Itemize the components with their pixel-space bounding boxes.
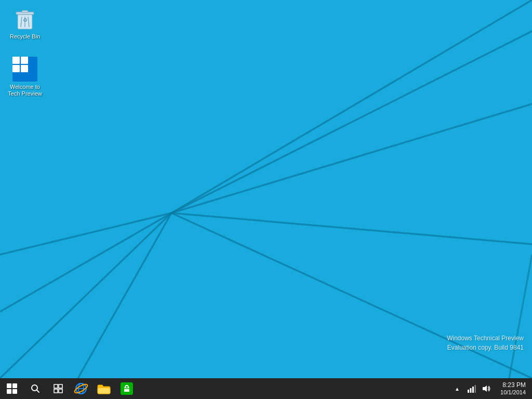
svg-line-2 [171,104,532,213]
recycle-bin-image: ♻ [12,6,37,31]
welcome-icon-label: Welcome toTech Preview [6,84,44,97]
svg-line-3 [171,213,532,244]
svg-rect-31 [470,388,472,393]
svg-rect-30 [468,390,469,393]
clock-date: 10/1/2014 [500,389,526,396]
svg-rect-20 [59,384,62,388]
search-button[interactable] [24,378,47,399]
svg-line-18 [37,390,39,393]
chevron-icon: ▲ [455,386,460,392]
start-quad-1 [7,383,11,388]
win-quad-3 [12,65,20,72]
svg-line-6 [0,213,171,312]
svg-text:♻: ♻ [23,17,28,23]
start-logo [7,383,17,394]
show-hidden-icons-button[interactable]: ▲ [450,378,464,399]
win-quad-2 [21,57,28,64]
ie-taskbar-button[interactable] [70,378,92,399]
svg-line-9 [509,255,532,378]
svg-line-8 [0,213,171,378]
welcome-icon-image [12,57,37,82]
network-signal-icon [468,384,476,393]
search-icon [31,384,40,393]
volume-icon[interactable] [479,378,494,399]
recycle-bin-label: Recycle Bin [6,33,44,40]
file-explorer-taskbar-button[interactable] [92,378,115,399]
start-quad-2 [12,383,17,388]
clock-area[interactable]: 8:23 PM 10/1/2014 [494,378,530,399]
recycle-bin-icon[interactable]: ♻ Recycle Bin [4,4,46,42]
svg-rect-19 [54,384,58,388]
svg-line-7 [78,213,171,378]
start-quad-4 [12,389,17,394]
svg-line-4 [171,213,532,378]
desktop: ♻ Recycle Bin Welcome toTech Preview Win… [0,0,532,378]
svg-rect-27 [98,388,110,394]
file-explorer-icon [97,381,111,396]
taskbar: ▲ 8:23 PM 10/1/2014 [0,378,532,399]
clock-time: 8:23 PM [502,381,526,389]
svg-line-0 [171,0,532,213]
welcome-tech-preview-icon[interactable]: Welcome toTech Preview [4,55,46,99]
svg-rect-21 [54,389,58,393]
task-view-icon [54,384,63,393]
win-quad-1 [12,57,20,64]
ie-icon [74,381,88,396]
svg-line-5 [0,213,171,255]
speaker-icon [482,384,490,393]
svg-line-1 [171,31,532,213]
task-view-button[interactable] [47,378,70,399]
store-taskbar-button[interactable] [115,378,138,399]
svg-rect-12 [22,10,28,12]
system-tray: ▲ 8:23 PM 10/1/2014 [450,378,532,399]
win-quad-4 [21,65,28,72]
svg-marker-34 [483,385,487,392]
svg-rect-33 [475,385,476,393]
start-quad-3 [7,389,11,394]
svg-rect-22 [59,389,62,393]
network-icon[interactable] [464,378,479,399]
desktop-wallpaper-lines [0,0,532,378]
start-button[interactable] [0,378,24,399]
store-icon [119,381,134,396]
svg-rect-32 [472,387,474,393]
